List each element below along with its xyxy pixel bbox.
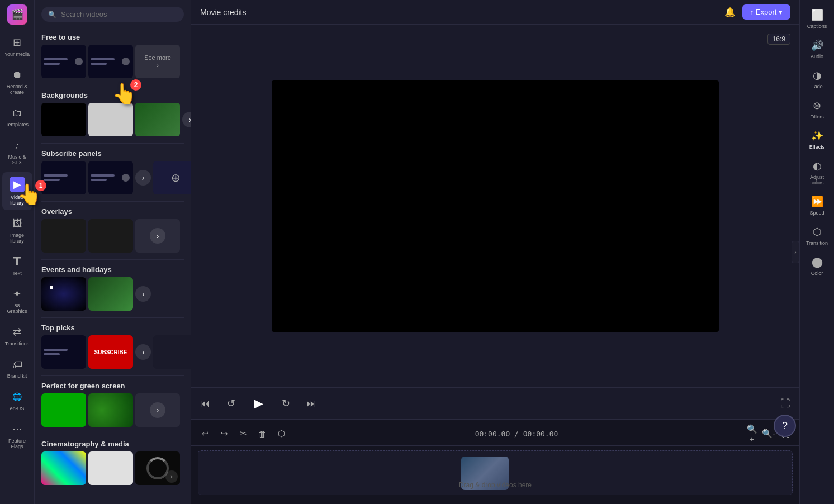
sub-thumb-1[interactable] (41, 161, 86, 194)
free-thumb-1[interactable] (41, 45, 86, 78)
record-icon: ⏺ (11, 68, 24, 82)
right-item-color[interactable]: ⬤ Color (802, 251, 832, 280)
right-item-transition[interactable]: ⬡ Transition (802, 221, 832, 250)
green-thumb-2[interactable] (88, 393, 133, 427)
save-clip-button[interactable]: ⬡ (274, 426, 288, 441)
sidebar-item-templates[interactable]: 🗂 Templates (2, 102, 32, 132)
sidebar-item-transitions[interactable]: ⇄ Transitions (2, 321, 32, 351)
see-more-label: See more (144, 54, 171, 61)
sidebar-item-feature-flags[interactable]: ⋯ Feature Flags (2, 418, 32, 454)
filters-icon: ⊛ (813, 99, 821, 112)
subscribe-grid: › ⊕ (35, 161, 191, 200)
cinematography-arrow-btn[interactable]: › (165, 470, 178, 483)
overlay-thumb-2[interactable] (88, 219, 133, 253)
image-library-icon: 🖼 (11, 217, 24, 230)
top-picks-grid: SUBSCRIBE › (35, 335, 191, 374)
cine-thumb-1[interactable] (41, 451, 86, 485)
green-see-more[interactable]: › (135, 393, 180, 427)
app-logo[interactable]: 🎬 (7, 4, 27, 25)
zoom-in-button[interactable]: 🔍+ (745, 426, 759, 441)
bg-thumb-black[interactable] (41, 103, 86, 136)
section-title-backgrounds: Backgrounds (35, 87, 191, 103)
sidebar-label-language: en-US (10, 406, 25, 411)
overlay-thumb-1[interactable] (41, 219, 86, 253)
sidebar-item-your-media[interactable]: ⊞ Your media (2, 31, 32, 61)
filters-label: Filters (810, 114, 824, 120)
right-item-adjust-colors[interactable]: ◐ Adjust colors (802, 155, 832, 190)
export-button[interactable]: ↑ Export ▾ (742, 4, 790, 20)
sidebar-item-music-sfx[interactable]: ♪ Music & SFX (2, 134, 32, 170)
divider-5 (41, 317, 184, 318)
backgrounds-arrow-btn[interactable]: › (182, 112, 191, 127)
sub-thumb-2[interactable] (88, 161, 133, 194)
sidebar-item-en-us[interactable]: 🌐 en-US (2, 386, 32, 416)
section-title-free: Free to use (35, 28, 191, 45)
redo-button[interactable]: ↪ (217, 426, 231, 441)
forward-button[interactable]: ↻ (277, 395, 294, 412)
top-thumb-2[interactable]: SUBSCRIBE (88, 335, 133, 369)
project-title: Movie credits (200, 8, 718, 17)
right-item-captions[interactable]: ⬜ Captions (802, 4, 832, 34)
see-more-button[interactable]: See more › (135, 45, 180, 78)
sidebar-item-graphics[interactable]: ✦ 88 Graphics (2, 283, 32, 318)
skip-forward-button[interactable]: ⏭ (303, 395, 320, 412)
save-icon[interactable]: 🔔 (724, 7, 736, 17)
help-button[interactable]: ? (774, 415, 796, 437)
search-input[interactable] (61, 10, 177, 18)
transition-icon: ⬡ (813, 226, 822, 238)
right-item-audio[interactable]: 🔊 Audio (802, 35, 832, 64)
color-label: Color (811, 270, 823, 276)
event-thumb-2[interactable] (88, 277, 133, 311)
skip-back-button[interactable]: ⏮ (197, 395, 214, 412)
sidebar-item-record-create[interactable]: ⏺ Record &create (2, 64, 32, 99)
main-area: Movie credits 🔔 ↑ Export ▾ 16:9 ⏮ ↺ ▶ ↻ … (191, 0, 799, 504)
bg-thumb-green[interactable] (135, 103, 180, 136)
sidebar-label-brand-kit: Brand kit (7, 373, 27, 379)
top-thumb-3[interactable] (153, 335, 191, 369)
overlays-arrow-btn[interactable]: › (150, 228, 165, 244)
collapse-panel-button[interactable]: › (792, 241, 799, 263)
free-thumb-2[interactable] (88, 45, 133, 78)
right-panel: ⬜ Captions 🔊 Audio ◑ Fade ⊛ Filters ✨ Ef… (799, 0, 834, 504)
captions-icon: ⬜ (811, 9, 823, 21)
overlay-see-more[interactable]: › (135, 219, 180, 253)
undo-button[interactable]: ↩ (198, 426, 212, 441)
sidebar-item-brand-kit[interactable]: 🏷 Brand kit (2, 353, 32, 383)
sidebar-item-text[interactable]: T Text (2, 250, 32, 280)
subscribe-arrow-btn[interactable]: › (135, 170, 151, 186)
cut-button[interactable]: ✂ (236, 426, 250, 441)
bg-thumb-white[interactable] (88, 103, 133, 136)
top-thumb-1[interactable] (41, 335, 86, 369)
events-arrow-btn[interactable]: › (135, 286, 151, 302)
sidebar-label-templates: Templates (6, 122, 29, 127)
captions-label: Captions (807, 23, 827, 29)
top-line1 (44, 349, 68, 351)
section-title-cinematography: Cinematography & media (35, 435, 191, 451)
aspect-ratio-badge[interactable]: 16:9 (767, 34, 790, 45)
fade-label: Fade (811, 84, 823, 89)
top-picks-arrow-btn[interactable]: › (135, 344, 151, 360)
fullscreen-button[interactable]: ⛶ (777, 395, 794, 412)
play-button[interactable]: ▶ (248, 393, 268, 413)
collapse-icon: › (794, 249, 796, 255)
sidebar-item-image-library[interactable]: 🖼 Image library (2, 212, 32, 248)
cine-thumb-2[interactable] (88, 451, 133, 485)
green-thumb-1[interactable] (41, 393, 86, 427)
cine-thumb-3[interactable]: › (135, 451, 180, 485)
timeline-toolbar: ↩ ↪ ✂ 🗑 ⬡ 00:00.00 / 00:00.00 🔍+ 🔍- ⛶ (191, 424, 799, 446)
right-item-filters[interactable]: ⊛ Filters (802, 95, 832, 124)
divider-7 (41, 434, 184, 434)
right-item-effects[interactable]: ✨ Effects (802, 125, 832, 154)
feature-flags-icon: ⋯ (11, 422, 24, 436)
delete-button[interactable]: 🗑 (255, 426, 269, 441)
rewind-button[interactable]: ↺ (222, 395, 239, 412)
right-item-speed[interactable]: ⏩ Speed (802, 191, 832, 220)
sidebar-item-video-library[interactable]: ▶ Video library (2, 172, 32, 210)
event-thumb-1[interactable] (41, 277, 86, 311)
backgrounds-grid: › (35, 103, 191, 142)
green-screen-arrow-btn[interactable]: › (150, 402, 165, 418)
transition-label: Transition (806, 240, 828, 246)
help-icon: ? (782, 420, 788, 432)
sub-thumb-3[interactable]: ⊕ (153, 161, 191, 194)
right-item-fade[interactable]: ◑ Fade (802, 65, 832, 94)
